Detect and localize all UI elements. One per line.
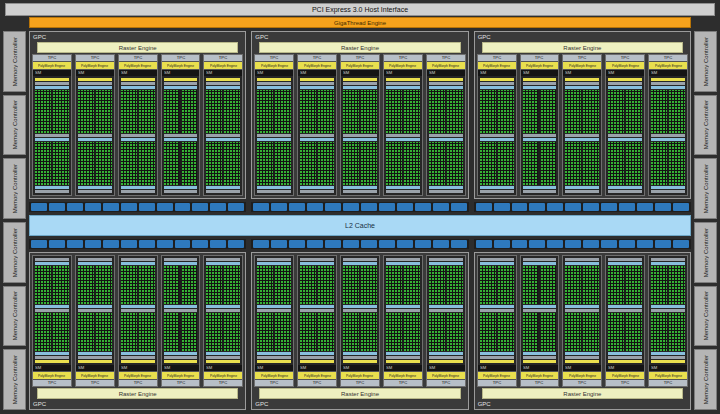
sm-block: SM [341,70,379,195]
scheduler-bar [257,309,291,312]
scheduler-bar [164,356,198,359]
crossbar-block [655,240,671,248]
tpc-row: TPCPolyMorph EngineSMTPCPolyMorph Engine… [254,54,465,196]
sm-body [649,76,687,195]
texture-units-bar [164,258,198,261]
sm-body [606,256,644,365]
register-file-bar [257,305,291,308]
core-grid [343,266,377,304]
polymorph-engine-label: PolyMorph Engine [483,374,510,377]
sm-processing-section [429,266,463,312]
memory-controller-label: Memory Controller [703,228,709,277]
crossbar-block [139,203,155,211]
crossbar-block [673,203,689,211]
tpc-label: TPC [441,381,449,385]
scheduler-bar [386,82,420,85]
core-grid [164,313,198,351]
sm-block: SM [298,70,336,195]
crossbar-block [49,240,65,248]
core-grid [300,90,334,133]
core-grid [343,313,377,351]
sm-body [341,256,379,365]
sm-body [119,256,157,365]
texture-cache-bar [429,186,463,189]
sm-processing-section [164,266,198,312]
sm-processing-section [121,266,155,312]
crossbar-block [289,240,305,248]
crossbar-block [379,240,395,248]
sm-processing-section [121,134,155,185]
register-file-bar [343,86,377,89]
crossbar-block [31,203,47,211]
crossbar-block [103,203,119,211]
crossbar-block [619,240,635,248]
scheduler-bar [386,356,420,359]
raster-engine-bar: Raster Engine [259,388,460,399]
register-file-bar [386,138,420,141]
sm-block: SM [478,256,516,371]
sm-block: SM [33,70,71,195]
polymorph-engine-label: PolyMorph Engine [210,64,237,67]
tpc-label: TPC [356,56,364,60]
sm-body [563,256,601,365]
register-file-bar [480,305,514,308]
sm-processing-section [523,134,557,185]
scheduler-bar [651,82,685,85]
tpc-label: TPC [219,381,227,385]
sm-body [384,76,422,195]
texture-units-bar [386,258,420,261]
gpc-label: GPC [477,33,688,41]
tpc-header: TPC [76,380,114,386]
gpc-row-bottom: GPCRaster EngineTPCPolyMorph EngineSMTPC… [29,252,691,410]
scheduler-bar [523,309,557,312]
sm-processing-section [35,82,69,133]
polymorph-engine-label: PolyMorph Engine [389,374,416,377]
tpc-block: TPCPolyMorph EngineSM [297,255,337,387]
crossbar-block [343,240,359,248]
scheduler-bar [257,82,291,85]
instruction-cache-bar [386,78,420,81]
sm-label: SM [300,71,306,75]
crossbar-block [494,240,510,248]
sm-processing-section [257,134,291,185]
crossbar-block [31,240,47,248]
tpc-label: TPC [270,56,278,60]
sm-body [606,76,644,195]
texture-units-bar [343,190,377,193]
sm-label: SM [523,366,529,370]
polymorph-engine-bar: PolyMorph Engine [563,61,601,70]
crossbar-block [361,203,377,211]
polymorph-engine-bar: PolyMorph Engine [521,371,559,380]
tpc-label: TPC [664,381,672,385]
texture-units-bar [300,258,334,261]
core-grid [257,142,291,185]
scheduler-bar [343,309,377,312]
scheduler-bar [565,309,599,312]
scheduler-bar [343,82,377,85]
texture-units-bar [608,258,642,261]
core-grid [35,142,69,185]
register-file-bar [608,352,642,355]
polymorph-engine-bar: PolyMorph Engine [341,371,379,380]
crossbar-group [29,239,246,249]
sm-processing-section [608,134,642,185]
sm-processing-section [523,266,557,312]
polymorph-engine-label: PolyMorph Engine [124,64,151,67]
sm-processing-section [429,82,463,133]
crossbar-block [325,240,341,248]
sm-processing-section [480,266,514,312]
texture-units-bar [78,190,112,193]
texture-cache-bar [523,186,557,189]
sm-processing-section [565,313,599,359]
sm-label: SM [206,71,212,75]
tpc-label: TPC [621,381,629,385]
texture-units-bar [257,258,291,261]
crossbar-row-top [29,202,691,212]
crossbar-block [103,240,119,248]
scheduler-bar [523,82,557,85]
gigathread-engine-label: GigaThread Engine [334,20,386,26]
memory-controller: Memory Controller [694,31,717,92]
sm-processing-section [35,134,69,185]
polymorph-engine-label: PolyMorph Engine [389,64,416,67]
sm-block: SM [33,256,71,371]
